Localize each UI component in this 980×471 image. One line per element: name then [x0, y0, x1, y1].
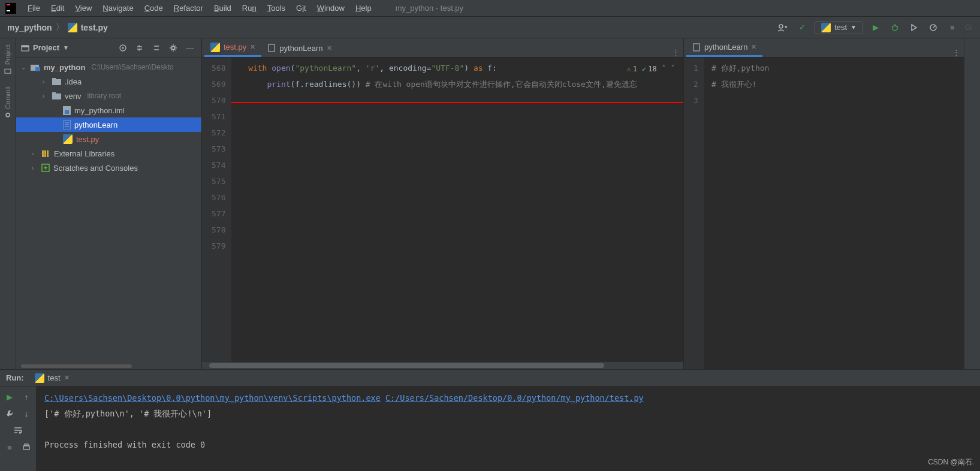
project-view-dropdown[interactable]: Project ▼ [21, 43, 69, 52]
tree-root-label: my_python [44, 63, 85, 72]
editor-tabs-left: test.py ✕ pythonLearn ✕ ⋮ [202, 38, 683, 58]
run-label: Run: [6, 373, 24, 382]
tree-item[interactable]: test.py [16, 132, 201, 146]
project-tree[interactable]: ⌄ my_python C:\Users\Sachsen\Deskto ›.id… [16, 58, 201, 363]
chevron-down-icon[interactable]: ⌄ [21, 64, 28, 71]
svg-point-16 [122, 47, 124, 49]
menu-run[interactable]: Run [237, 1, 261, 15]
branding-watermark: CSDN @南石. [928, 457, 974, 467]
run-config-selector[interactable]: test ▼ [815, 21, 863, 34]
code-editor-left[interactable]: with open("pythonLearn", 'r', encoding="… [231, 58, 683, 362]
collapse-all-icon[interactable] [150, 41, 163, 55]
up-arrow-icon[interactable]: ↑ [20, 390, 33, 403]
tool-window-bar-right [964, 38, 980, 369]
run-button[interactable]: ▶ [869, 21, 882, 34]
run-coverage-icon[interactable] [907, 21, 921, 34]
run-tool-window: Run: test ✕ ▶ ↑ ↓ ■ C:\Users\ [0, 369, 980, 471]
tree-item[interactable]: ›venvlibrary root [16, 89, 201, 103]
menu-window[interactable]: Window [312, 1, 349, 15]
editor-tabs-right: pythonLearn ✕ ⋮ [684, 38, 964, 58]
inspection-widget[interactable]: ⚠1 ✔18 ˆ ˇ [624, 60, 677, 78]
close-icon[interactable]: ✕ [250, 43, 255, 51]
breadcrumb-root[interactable]: my_python [7, 23, 52, 32]
close-icon[interactable]: ✕ [751, 43, 756, 51]
breadcrumb: my_python 〉 test.py [7, 22, 108, 33]
chevron-up-icon[interactable]: ˆ [662, 61, 666, 77]
user-add-icon[interactable]: ▾ [776, 21, 789, 34]
tab-label: pythonLearn [279, 44, 322, 53]
tab-label: test.py [224, 43, 246, 52]
tab-pythonlearn[interactable]: pythonLearn ✕ [261, 39, 337, 57]
gear-icon[interactable] [167, 41, 180, 55]
svg-text:▾: ▾ [785, 24, 788, 30]
code-editor-right[interactable]: # 你好,python # 我很开心! [704, 58, 964, 369]
tree-root[interactable]: ⌄ my_python C:\Users\Sachsen\Deskto [16, 60, 201, 74]
svg-line-8 [897, 26, 898, 27]
file-icon [267, 44, 276, 52]
run-tab[interactable]: test ✕ [30, 372, 74, 384]
menu-code[interactable]: Code [140, 1, 168, 15]
svg-rect-21 [52, 78, 56, 80]
down-arrow-icon[interactable]: ↓ [20, 407, 33, 420]
locate-icon[interactable] [116, 41, 129, 55]
svg-point-5 [892, 26, 897, 31]
soft-wrap-icon[interactable] [11, 424, 25, 437]
console-output[interactable]: C:\Users\Sachsen\Desktop\0.0\python\my_p… [36, 387, 980, 471]
tab-test-py[interactable]: test.py ✕ [204, 39, 261, 57]
print-icon[interactable] [20, 440, 33, 454]
breadcrumb-file[interactable]: test.py [81, 23, 108, 32]
menu-git[interactable]: Git [291, 1, 311, 15]
sidebar-tab-project[interactable]: Project [4, 42, 11, 77]
hide-panel-icon[interactable]: — [183, 41, 197, 55]
run-tab-label: test [48, 373, 61, 382]
tree-item[interactable]: my_python.iml [16, 103, 201, 117]
tree-item[interactable]: ›External Libraries [16, 146, 201, 161]
menu-view[interactable]: View [70, 1, 97, 15]
sidebar-tab-commit[interactable]: Commit [4, 84, 11, 121]
tab-pythonlearn-right[interactable]: pythonLearn ✕ [686, 39, 762, 57]
tree-item[interactable]: ›Scratches and Consoles [16, 161, 201, 175]
file-icon [692, 43, 701, 52]
vcs-update-icon[interactable]: ✓ [795, 21, 809, 34]
project-panel: Project ▼ — ⌄ my_python C:\Users\Sachsen… [16, 38, 202, 369]
horizontal-scrollbar[interactable] [202, 362, 683, 369]
python-file-icon [821, 23, 831, 32]
tool-window-bar-left: Project Commit [0, 38, 16, 369]
tabs-more-icon[interactable]: ⋮ [672, 48, 680, 57]
svg-rect-2 [7, 10, 10, 11]
tree-item[interactable]: ›.idea [16, 74, 201, 89]
svg-rect-1 [7, 4, 10, 5]
tree-item[interactable]: pythonLearn [16, 117, 201, 132]
tabs-more-icon[interactable]: ⋮ [952, 48, 960, 57]
console-line: ['# 你好,python\n', '# 我很开心!\n'] [44, 406, 972, 421]
console-exit-line: Process finished with exit code 0 [44, 437, 972, 452]
svg-rect-25 [65, 110, 69, 114]
rerun-button[interactable]: ▶ [3, 390, 16, 403]
menu-tools[interactable]: Tools [263, 1, 290, 15]
menu-navigate[interactable]: Navigate [98, 1, 138, 15]
menu-help[interactable]: Help [351, 1, 376, 15]
python-file-icon [68, 23, 77, 32]
horizontal-scrollbar[interactable] [16, 363, 201, 369]
svg-rect-33 [23, 446, 29, 449]
console-link-interpreter[interactable]: C:\Users\Sachsen\Desktop\0.0\python\my_p… [44, 393, 381, 403]
menu-file[interactable]: File [23, 1, 45, 15]
stop-icon[interactable]: ■ [3, 440, 16, 454]
wrench-icon[interactable] [3, 407, 16, 420]
svg-rect-23 [52, 92, 56, 95]
module-folder-icon [31, 63, 40, 71]
check-icon: ✔ [642, 61, 646, 77]
intellij-icon [5, 2, 17, 14]
console-link-script[interactable]: C:/Users/Sachsen/Desktop/0.0/python/my_p… [385, 393, 644, 403]
menu-build[interactable]: Build [209, 1, 236, 15]
stop-button[interactable]: ■ [946, 21, 959, 34]
run-config-label: test [834, 23, 847, 32]
close-icon[interactable]: ✕ [327, 44, 332, 52]
expand-all-icon[interactable] [133, 41, 146, 55]
close-icon[interactable]: ✕ [64, 374, 70, 382]
profiler-icon[interactable] [927, 21, 940, 34]
menu-refactor[interactable]: Refactor [169, 1, 208, 15]
debug-button[interactable] [888, 21, 901, 34]
menu-edit[interactable]: Edit [46, 1, 69, 15]
chevron-down-icon[interactable]: ˇ [671, 61, 675, 77]
